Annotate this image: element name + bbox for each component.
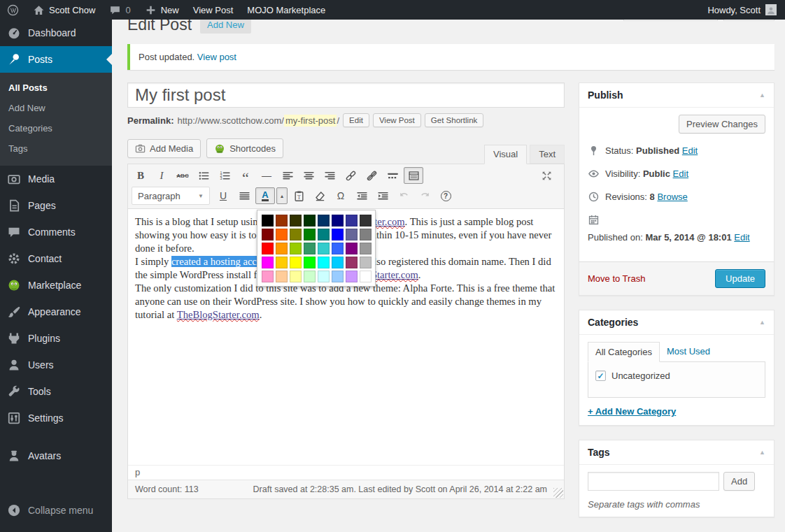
sidebar-item-dashboard[interactable]: Dashboard: [0, 20, 112, 46]
editor-resize-handle[interactable]: [553, 488, 563, 498]
collapse-toggle-icon[interactable]: ▲: [759, 449, 765, 456]
add-media-button[interactable]: Add Media: [127, 139, 201, 158]
sidebar-item-marketplace[interactable]: Marketplace: [0, 272, 112, 299]
color-swatch-ff0000[interactable]: [262, 243, 274, 254]
view-post-link[interactable]: View post: [197, 52, 236, 62]
status-edit-link[interactable]: Edit: [682, 145, 698, 156]
color-swatch-999999[interactable]: [360, 243, 372, 254]
color-swatch-333333[interactable]: [360, 215, 372, 227]
view-post-bar-button[interactable]: View Post: [186, 0, 241, 20]
color-swatch-cc99ff[interactable]: [346, 271, 358, 282]
editor-content[interactable]: This is a blog that I setup using the tu…: [128, 209, 564, 465]
unlink-icon[interactable]: [362, 167, 381, 184]
collapse-toggle-icon[interactable]: ▲: [759, 92, 765, 99]
submenu-item-tags[interactable]: Tags: [0, 138, 112, 159]
outdent-icon[interactable]: [352, 187, 372, 204]
get-shortlink-button[interactable]: Get Shortlink: [425, 113, 483, 127]
color-swatch-ffff99[interactable]: [290, 271, 302, 282]
special-character-icon[interactable]: Ω: [331, 187, 351, 204]
tags-box-header[interactable]: Tags ▲: [579, 440, 774, 465]
paragraph-format-select[interactable]: Paragraph ▼: [132, 187, 210, 205]
color-swatch-800080[interactable]: [346, 243, 358, 254]
sidebar-item-appearance[interactable]: Appearance: [0, 299, 112, 325]
help-icon[interactable]: ?: [436, 187, 455, 204]
color-swatch-33cccc[interactable]: [318, 243, 330, 254]
add-new-category-link[interactable]: + Add New Category: [588, 406, 676, 417]
sidebar-item-settings[interactable]: Settings: [0, 405, 112, 431]
tab-all-categories[interactable]: All Categories: [588, 342, 660, 362]
color-swatch-ff99cc[interactable]: [262, 271, 274, 282]
color-swatch-99cc00[interactable]: [290, 243, 302, 254]
undo-icon[interactable]: [394, 187, 413, 204]
fullscreen-icon[interactable]: [537, 167, 556, 184]
justify-icon[interactable]: [234, 187, 254, 204]
sidebar-item-contact[interactable]: Contact: [0, 245, 112, 272]
revisions-browse-link[interactable]: Browse: [657, 192, 687, 202]
wordpress-logo-button[interactable]: [0, 0, 26, 20]
submenu-item-categories[interactable]: Categories: [0, 118, 112, 138]
more-tag-icon[interactable]: [383, 167, 402, 184]
color-swatch-003366[interactable]: [318, 215, 330, 227]
color-swatch-000080[interactable]: [332, 215, 344, 227]
color-swatch-ff6600[interactable]: [276, 229, 288, 240]
add-tag-button[interactable]: Add: [723, 472, 755, 491]
color-swatch-008000[interactable]: [304, 229, 316, 240]
bulleted-list-icon[interactable]: [194, 167, 213, 184]
color-swatch-3366ff[interactable]: [332, 243, 344, 254]
permalink-slug[interactable]: my-first-post: [284, 115, 337, 127]
color-swatch-339966[interactable]: [304, 243, 316, 254]
post-title-input[interactable]: [127, 82, 565, 108]
color-swatch-333399[interactable]: [346, 215, 358, 227]
sidebar-item-comments[interactable]: Comments: [0, 219, 112, 245]
shortcodes-button[interactable]: Shortcodes: [206, 138, 283, 158]
comments-button[interactable]: 0: [102, 0, 137, 20]
sidebar-item-media[interactable]: Media: [0, 166, 112, 192]
collapse-toggle-icon[interactable]: ▲: [759, 319, 765, 326]
sidebar-item-users[interactable]: Users: [0, 352, 112, 378]
color-swatch-0000ff[interactable]: [332, 229, 344, 240]
tab-most-used[interactable]: Most Used: [660, 342, 717, 361]
color-swatch-ffcc00[interactable]: [276, 257, 288, 268]
submenu-item-add-new[interactable]: Add New: [0, 98, 112, 118]
tab-visual[interactable]: Visual: [484, 145, 527, 164]
numbered-list-icon[interactable]: 123: [215, 167, 234, 184]
color-swatch-ff9900[interactable]: [276, 243, 288, 254]
collapse-menu-button[interactable]: Collapse menu: [0, 497, 112, 524]
color-swatch-00ccff[interactable]: [332, 257, 344, 268]
preview-changes-button[interactable]: Preview Changes: [679, 115, 765, 134]
category-checkbox[interactable]: ✓: [595, 371, 606, 381]
color-swatch-008080[interactable]: [318, 229, 330, 240]
sidebar-item-pages[interactable]: Pages: [0, 192, 112, 219]
strikethrough-icon[interactable]: ABC: [173, 167, 192, 184]
indent-icon[interactable]: [373, 187, 392, 204]
sidebar-item-avatars[interactable]: Avatars: [0, 443, 112, 469]
toolbar-toggle-icon[interactable]: [404, 167, 423, 184]
color-swatch-ff00ff[interactable]: [262, 257, 274, 268]
tag-input[interactable]: [588, 472, 719, 491]
content-link[interactable]: TheBlogStarter.com: [177, 309, 260, 320]
color-swatch-000000[interactable]: [262, 215, 274, 227]
color-swatch-99ccff[interactable]: [332, 271, 344, 282]
color-swatch-00ff00[interactable]: [304, 257, 316, 268]
site-menu-button[interactable]: Scott Chow: [26, 0, 102, 20]
color-swatch-ccffcc[interactable]: [304, 271, 316, 282]
align-left-icon[interactable]: [278, 167, 297, 184]
tab-text[interactable]: Text: [530, 145, 565, 164]
bold-icon[interactable]: B: [131, 167, 150, 184]
visibility-edit-link[interactable]: Edit: [673, 168, 688, 179]
italic-icon[interactable]: I: [152, 167, 171, 184]
color-swatch-ffffff[interactable]: [360, 271, 372, 282]
color-swatch-c0c0c0[interactable]: [360, 257, 372, 268]
align-right-icon[interactable]: [320, 167, 339, 184]
color-swatch-00ffff[interactable]: [318, 257, 330, 268]
link-icon[interactable]: [341, 167, 360, 184]
sidebar-item-tools[interactable]: Tools: [0, 378, 112, 405]
color-swatch-ccffff[interactable]: [318, 271, 330, 282]
blockquote-icon[interactable]: “: [236, 167, 255, 184]
remove-formatting-icon[interactable]: [310, 187, 330, 204]
color-swatch-003300[interactable]: [304, 215, 316, 227]
redo-icon[interactable]: [415, 187, 434, 204]
align-center-icon[interactable]: [299, 167, 318, 184]
color-swatch-993366[interactable]: [346, 257, 358, 268]
color-swatch-808080[interactable]: [360, 229, 372, 240]
